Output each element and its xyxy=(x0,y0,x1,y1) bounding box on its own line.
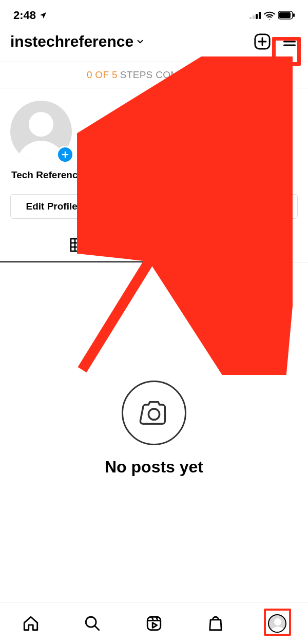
stat-followers-label: Followers xyxy=(162,134,202,145)
insights-button[interactable]: Insights xyxy=(184,194,267,219)
status-time: 2:48 xyxy=(13,9,36,22)
location-icon xyxy=(39,11,47,20)
svg-rect-5 xyxy=(279,12,291,18)
svg-rect-1 xyxy=(253,15,255,19)
avatar-icon xyxy=(268,614,286,633)
bottom-nav xyxy=(0,602,308,644)
stat-posts-label: Posts xyxy=(101,134,124,145)
stat-following-label: Following xyxy=(240,134,279,145)
search-icon xyxy=(84,615,101,632)
reels-icon xyxy=(145,615,163,632)
tab-grid[interactable] xyxy=(0,228,154,262)
home-icon xyxy=(22,615,40,632)
nav-search[interactable] xyxy=(79,610,106,637)
tagged-icon xyxy=(222,236,240,254)
profile-header: instechreference xyxy=(0,29,308,62)
username-text: instechreference xyxy=(10,33,133,50)
stat-posts[interactable]: 0 Posts xyxy=(101,119,124,145)
svg-point-11 xyxy=(229,243,233,246)
profile-tabs xyxy=(0,228,308,262)
nav-shop[interactable] xyxy=(202,610,229,637)
status-bar: 2:48 xyxy=(0,0,308,29)
status-time-wrap: 2:48 xyxy=(13,9,47,22)
stat-following[interactable]: 8 Following xyxy=(240,119,279,145)
stat-followers-value: 0 xyxy=(162,119,202,133)
nav-profile[interactable] xyxy=(264,610,291,637)
svg-rect-6 xyxy=(293,13,295,17)
discover-people-button[interactable] xyxy=(271,194,298,219)
svg-point-12 xyxy=(148,409,159,420)
profile-stats: 0 Posts 0 Followers 8 Following xyxy=(82,119,298,145)
empty-state: No posts yet xyxy=(0,262,308,477)
username-switcher[interactable]: instechreference xyxy=(10,33,145,50)
profile-avatar[interactable] xyxy=(10,101,72,162)
empty-icon-circle xyxy=(122,381,186,445)
grid-icon xyxy=(69,237,85,253)
add-person-icon xyxy=(278,200,291,213)
ad-tools-button[interactable]: Ad tools xyxy=(97,194,180,219)
status-indicators xyxy=(249,11,295,20)
wifi-icon xyxy=(264,11,275,20)
battery-icon xyxy=(278,11,295,20)
profile-info-row: 0 Posts 0 Followers 8 Following xyxy=(0,88,308,165)
nav-reels[interactable] xyxy=(141,610,167,637)
edit-profile-button[interactable]: Edit Profile xyxy=(10,194,93,219)
progress-count: 0 OF 5 xyxy=(87,69,118,81)
camera-icon xyxy=(138,396,170,429)
plus-icon xyxy=(61,150,70,159)
tab-tagged[interactable] xyxy=(154,228,308,262)
profile-actions: Edit Profile Ad tools Insights xyxy=(0,185,308,228)
svg-rect-0 xyxy=(249,17,252,19)
hamburger-icon xyxy=(281,34,298,49)
shop-icon xyxy=(207,615,224,632)
progress-label: STEPS COMPLETE xyxy=(120,69,210,81)
svg-rect-9 xyxy=(71,239,83,251)
add-story-badge[interactable] xyxy=(56,146,74,163)
svg-rect-2 xyxy=(256,14,258,19)
stat-followers[interactable]: 0 Followers xyxy=(162,119,202,145)
empty-title: No posts yet xyxy=(105,458,203,477)
menu-button[interactable] xyxy=(281,34,298,49)
stat-posts-value: 0 xyxy=(101,119,124,133)
nav-home[interactable] xyxy=(17,610,44,637)
svg-rect-3 xyxy=(259,12,261,19)
display-name: Tech Reference xyxy=(0,165,308,185)
create-button[interactable] xyxy=(254,33,271,50)
chevron-down-icon xyxy=(213,71,221,79)
cellular-icon xyxy=(249,12,261,19)
plus-square-icon xyxy=(254,33,271,50)
svg-point-8 xyxy=(284,202,288,206)
stat-following-value: 8 xyxy=(240,119,279,133)
profile-completion-banner[interactable]: 0 OF 5 STEPS COMPLETE xyxy=(0,62,308,88)
chevron-down-icon xyxy=(136,37,145,46)
